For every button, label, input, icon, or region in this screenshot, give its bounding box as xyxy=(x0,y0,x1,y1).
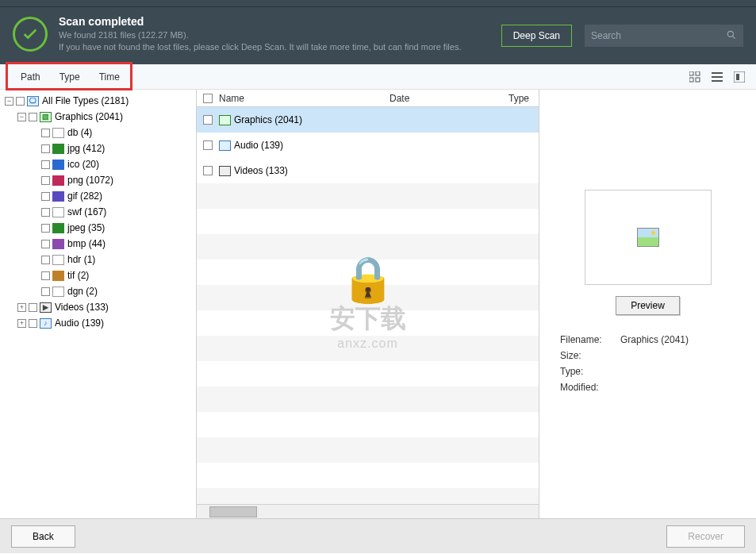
audio-icon: ♪ xyxy=(40,318,52,329)
meta-modified-label: Modified: xyxy=(560,380,619,394)
list-row-empty xyxy=(197,361,539,387)
footer: Back Recover xyxy=(0,518,756,553)
tree-checkbox[interactable] xyxy=(29,113,37,121)
window-titlebar xyxy=(0,0,756,7)
tree-videos[interactable]: + ▶ Videos (133) xyxy=(0,299,196,315)
scan-count: We found 2181 files (122.27 MB). xyxy=(59,29,501,41)
tree-item[interactable]: tif (2) xyxy=(0,267,196,283)
preview-box xyxy=(585,190,712,285)
tab-type[interactable]: Type xyxy=(50,71,90,83)
tree-checkbox[interactable] xyxy=(41,129,50,137)
tree-item[interactable]: jpg (412) xyxy=(0,140,196,156)
tree-label: Audio (139) xyxy=(55,317,104,329)
select-all-checkbox[interactable] xyxy=(203,94,213,103)
tree-checkbox[interactable] xyxy=(41,271,50,280)
view-tabs: Path Type Time xyxy=(0,64,756,90)
tree-item[interactable]: ico (20) xyxy=(0,156,196,172)
tree-item[interactable]: gif (282) xyxy=(0,188,196,204)
recover-button[interactable]: Recover xyxy=(666,525,745,548)
filetype-icon xyxy=(52,287,64,297)
svg-rect-10 xyxy=(736,74,739,80)
filetype-icon xyxy=(219,140,231,151)
collapse-icon[interactable]: − xyxy=(5,97,13,106)
row-checkbox[interactable] xyxy=(203,166,213,175)
expand-icon[interactable]: + xyxy=(17,303,26,312)
list-row-empty xyxy=(197,488,539,504)
tree-checkbox[interactable] xyxy=(41,287,50,296)
tree-item[interactable]: dgn (2) xyxy=(0,283,196,299)
tree-checkbox[interactable] xyxy=(41,176,50,185)
search-input[interactable] xyxy=(591,30,726,41)
meta-filename-label: Filename: xyxy=(560,333,619,347)
tree-checkbox[interactable] xyxy=(29,319,37,328)
scan-header: Scan completed We found 2181 files (122.… xyxy=(0,7,756,64)
collapse-icon[interactable]: − xyxy=(17,113,26,121)
tree-checkbox[interactable] xyxy=(41,192,50,201)
list-header: Name Date Type xyxy=(197,90,539,107)
tree-audio[interactable]: + ♪ Audio (139) xyxy=(0,315,196,331)
tab-time[interactable]: Time xyxy=(90,71,129,83)
scan-title: Scan completed xyxy=(59,15,501,28)
col-date[interactable]: Date xyxy=(390,93,508,104)
row-checkbox[interactable] xyxy=(203,115,213,125)
tree-item[interactable]: hdr (1) xyxy=(0,252,196,267)
tree-item[interactable]: db (4) xyxy=(0,125,196,140)
tree-item[interactable]: bmp (44) xyxy=(0,236,196,252)
deep-scan-button[interactable]: Deep Scan xyxy=(501,25,572,47)
back-button[interactable]: Back xyxy=(11,525,75,548)
tree-checkbox[interactable] xyxy=(16,97,25,106)
list-row[interactable]: Videos (133) xyxy=(197,158,539,183)
filetype-icon xyxy=(52,160,64,170)
tree-label: hdr (1) xyxy=(67,254,95,265)
filetype-icon xyxy=(52,255,64,265)
view-grid-icon[interactable] xyxy=(689,71,700,83)
tree-item[interactable]: swf (167) xyxy=(0,204,196,220)
tree-checkbox[interactable] xyxy=(41,160,50,169)
tree-item[interactable]: png (1072) xyxy=(0,172,196,188)
tree-checkbox[interactable] xyxy=(41,144,50,153)
row-checkbox[interactable] xyxy=(203,140,213,150)
file-tree: − 🖵 All File Types (2181) − ▧ Graphics (… xyxy=(0,90,197,518)
scroll-thumb[interactable] xyxy=(209,506,257,517)
tree-checkbox[interactable] xyxy=(41,208,50,217)
tree-label: dgn (2) xyxy=(67,286,98,297)
scan-hint: If you have not found the lost files, pl… xyxy=(59,41,501,53)
tree-label: Videos (133) xyxy=(55,302,109,313)
search-box[interactable] xyxy=(585,25,743,47)
filetype-icon xyxy=(52,175,64,186)
video-icon: ▶ xyxy=(40,302,52,313)
tree-label: jpg (412) xyxy=(67,143,105,154)
row-label: Videos (133) xyxy=(234,165,288,176)
tree-root[interactable]: − 🖵 All File Types (2181) xyxy=(0,93,196,109)
list-row[interactable]: Audio (139) xyxy=(197,133,539,158)
file-meta: Filename:Graphics (2041) Size: Type: Mod… xyxy=(558,331,690,396)
horizontal-scrollbar[interactable] xyxy=(197,504,539,518)
tree-graphics[interactable]: − ▧ Graphics (2041) xyxy=(0,109,196,125)
tab-path[interactable]: Path xyxy=(11,71,50,83)
col-name[interactable]: Name xyxy=(216,93,390,104)
preview-panel: Preview Filename:Graphics (2041) Size: T… xyxy=(539,90,756,518)
tree-checkbox[interactable] xyxy=(41,256,50,264)
tree-item[interactable]: jpeg (35) xyxy=(0,220,196,236)
tree-label: All File Types (2181) xyxy=(42,95,129,106)
filetype-icon xyxy=(52,271,64,281)
list-row-empty xyxy=(197,183,539,209)
row-label: Audio (139) xyxy=(234,140,283,151)
view-detail-icon[interactable] xyxy=(734,71,745,83)
tree-label: Graphics (2041) xyxy=(55,111,123,122)
col-type[interactable]: Type xyxy=(508,93,539,104)
list-row-empty xyxy=(197,387,539,412)
list-row-empty xyxy=(197,336,539,361)
tree-checkbox[interactable] xyxy=(41,224,50,233)
tree-checkbox[interactable] xyxy=(41,240,50,248)
tree-checkbox[interactable] xyxy=(29,303,37,312)
meta-size-label: Size: xyxy=(560,348,619,363)
preview-button[interactable]: Preview xyxy=(616,296,680,315)
tree-label: jpeg (35) xyxy=(67,222,105,233)
expand-icon[interactable]: + xyxy=(17,319,26,328)
list-row-empty xyxy=(197,463,539,488)
view-list-icon[interactable] xyxy=(712,71,723,83)
list-row-empty xyxy=(197,285,539,310)
list-row[interactable]: Graphics (2041) xyxy=(197,107,539,133)
svg-point-0 xyxy=(727,31,733,37)
